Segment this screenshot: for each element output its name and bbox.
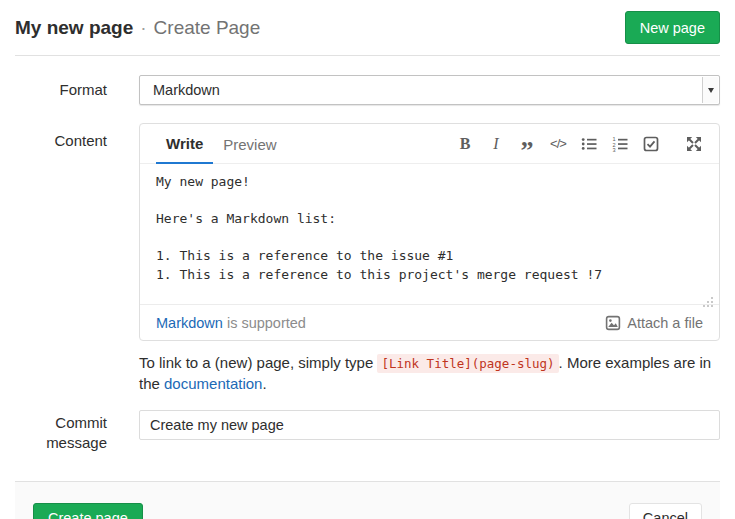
blockquote-icon[interactable]: ”	[518, 135, 536, 153]
bulleted-list-icon[interactable]	[580, 135, 598, 153]
format-select[interactable]: Markdown	[139, 75, 720, 105]
attach-file-label: Attach a file	[627, 315, 703, 331]
create-page-button[interactable]: Create page	[33, 503, 143, 519]
page-title: My new page · Create Page	[15, 17, 260, 39]
italic-icon[interactable]: I	[487, 135, 505, 153]
content-field-row: Content Write Preview B I ” </>	[15, 123, 720, 393]
markdown-help-link[interactable]: Markdown	[156, 315, 223, 331]
content-textarea[interactable]: My new page! Here's a Markdown list: 1. …	[140, 164, 719, 305]
attach-file-button[interactable]: Attach a file	[605, 315, 703, 331]
fullscreen-icon[interactable]	[685, 135, 703, 153]
title-separator: ·	[140, 17, 146, 39]
help-period: .	[262, 375, 266, 392]
resize-handle[interactable]	[703, 297, 705, 299]
page-subtitle: Create Page	[154, 17, 261, 39]
bold-icon[interactable]: B	[456, 135, 474, 153]
task-list-icon[interactable]	[642, 135, 660, 153]
page-header: My new page · Create Page New page	[15, 0, 720, 56]
format-select-value: Markdown	[153, 82, 220, 98]
image-file-icon	[605, 315, 621, 331]
cancel-button[interactable]: Cancel	[629, 503, 702, 519]
form-actions: Create page Cancel	[15, 481, 720, 519]
tab-write[interactable]: Write	[156, 124, 213, 164]
supported-label: is supported	[227, 315, 306, 331]
chevron-down-icon	[708, 88, 714, 93]
inline-code: [Link Title](page-slug)	[377, 354, 558, 373]
markdown-editor: Write Preview B I ” </>	[139, 123, 720, 341]
commit-field-row: Commit message	[15, 410, 720, 453]
markdown-supported-text: Markdown is supported	[156, 315, 306, 331]
numbered-list-icon[interactable]: 1 2 3	[611, 135, 629, 153]
page-title-text: My new page	[15, 17, 133, 39]
format-field-row: Format Markdown	[15, 75, 720, 105]
commit-message-label: Commit message	[15, 410, 107, 453]
link-help-text: To link to a (new) page, simply type [Li…	[139, 353, 720, 393]
svg-text:3: 3	[612, 146, 615, 151]
page-container: My new page · Create Page New page Forma…	[15, 0, 720, 519]
code-icon[interactable]: </>	[549, 135, 567, 153]
format-label: Format	[15, 80, 107, 100]
commit-message-input[interactable]	[139, 410, 720, 440]
documentation-link[interactable]: documentation	[164, 375, 262, 392]
editor-textarea-wrap: My new page! Here's a Markdown list: 1. …	[140, 164, 719, 305]
editor-toolbar: Write Preview B I ” </>	[140, 124, 719, 164]
new-page-button[interactable]: New page	[625, 11, 720, 44]
tab-preview[interactable]: Preview	[213, 124, 286, 164]
help-before: To link to a (new) page, simply type	[139, 354, 377, 371]
content-label: Content	[15, 123, 107, 151]
toolbar-icons: B I ” </> 1 2	[456, 124, 703, 163]
editor-footer: Markdown is supported Attach a file	[140, 305, 719, 340]
select-arrow-strip	[702, 77, 718, 103]
